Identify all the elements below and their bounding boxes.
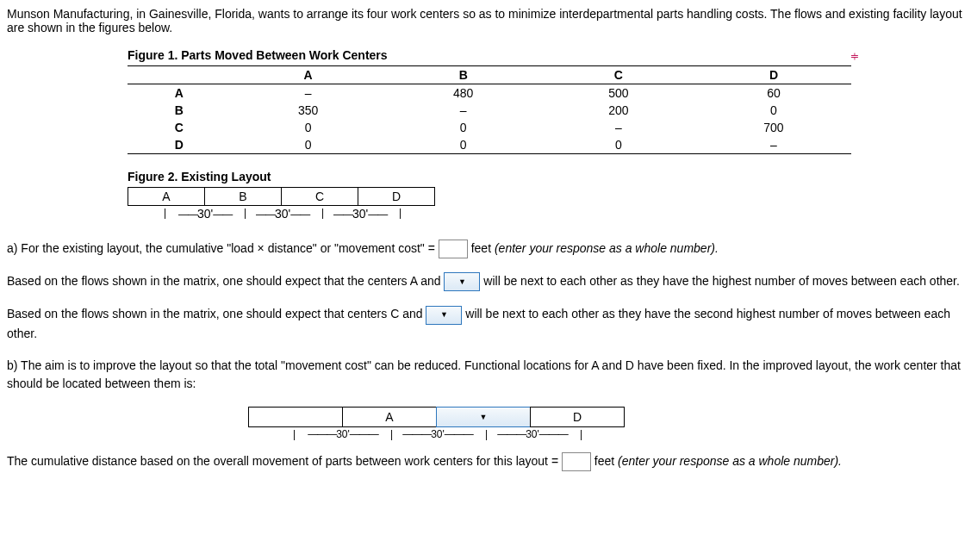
- question-b-intro: b) The aim is to improve the layout so t…: [7, 357, 964, 393]
- question-b-final: The cumulative distance based on the ove…: [7, 452, 964, 471]
- layout-b-cell-blank: [248, 407, 343, 427]
- dimension-segment: ———30'———|: [390, 428, 485, 440]
- problem-intro: Munson Manufacturing, in Gainesville, Fl…: [7, 7, 964, 34]
- layout-cell-C: C: [281, 187, 358, 206]
- table-cell: –: [231, 84, 386, 103]
- layout-cell-D: D: [358, 187, 435, 206]
- dimension-segment: ——30'——|: [244, 207, 321, 221]
- layout-cell-B: B: [204, 187, 282, 206]
- row-header: C: [128, 119, 231, 136]
- table-cell: 0: [386, 119, 541, 136]
- figure2-title: Figure 2. Existing Layout: [128, 170, 271, 184]
- existing-layout-diagram: A B C D |——30'——| ——30'——| ——30'——|: [128, 187, 964, 221]
- improved-layout-diagram: A D |———30'———| ———30'———| ———30'———|: [248, 407, 964, 440]
- improved-cost-input[interactable]: [562, 452, 591, 471]
- col-header: C: [541, 66, 696, 84]
- table-cell: 480: [386, 84, 541, 103]
- table-cell: 0: [231, 119, 386, 136]
- col-header: A: [231, 66, 386, 84]
- table-cell: –: [386, 102, 541, 119]
- dimension-segment: ———30'———|: [485, 428, 580, 440]
- table-cell: 0: [541, 136, 696, 154]
- layout-b-middle-select[interactable]: [436, 407, 531, 427]
- dimension-segment: |——30'——|: [166, 207, 244, 221]
- adjacent-to-C-select[interactable]: [426, 306, 462, 325]
- row-header: B: [128, 102, 231, 119]
- question-a-line2: Based on the flows shown in the matrix, …: [7, 272, 964, 291]
- movement-cost-input[interactable]: [439, 240, 468, 258]
- table-cell: –: [696, 136, 851, 154]
- adjacent-to-A-select[interactable]: [444, 272, 480, 291]
- row-header: A: [128, 84, 231, 103]
- dimension-segment: ——30'——|: [321, 207, 399, 221]
- figure1-title: Figure 1. Parts Moved Between Work Cente…: [128, 48, 388, 62]
- layout-b-cell-A: A: [342, 407, 437, 427]
- table-cell: 200: [541, 102, 696, 119]
- table-cell: 0: [386, 136, 541, 154]
- table-cell: 60: [696, 84, 851, 103]
- question-a-line1: a) For the existing layout, the cumulati…: [7, 240, 964, 258]
- table-cell: 700: [696, 119, 851, 136]
- table-cell: 350: [231, 102, 386, 119]
- table-cell: –: [541, 119, 696, 136]
- table-cell: 0: [231, 136, 386, 154]
- table-cell: 500: [541, 84, 696, 103]
- layout-cell-A: A: [128, 187, 205, 206]
- parts-moved-table: A B C D A – 480 500 60 B 350 – 200 0 C 0…: [128, 65, 851, 154]
- layout-b-cell-D: D: [530, 407, 625, 427]
- question-a-line3: Based on the flows shown in the matrix, …: [7, 305, 964, 342]
- row-header: D: [128, 136, 231, 154]
- col-header: B: [386, 66, 541, 84]
- dimension-segment: |———30'———|: [296, 428, 390, 440]
- table-cell: 0: [696, 102, 851, 119]
- pageup-icon[interactable]: ⫩: [849, 50, 964, 64]
- col-header: D: [696, 66, 851, 84]
